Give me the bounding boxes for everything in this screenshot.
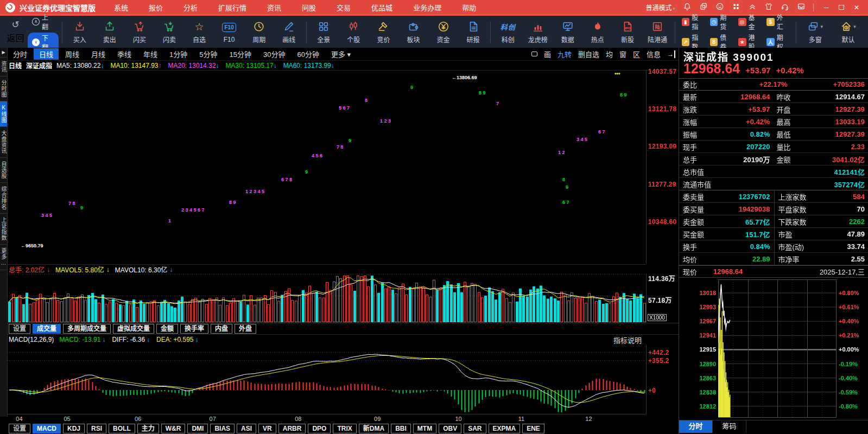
- chart-tool-信息[interactable]: 信息: [647, 49, 661, 59]
- f10-button[interactable]: F10F10: [214, 17, 244, 47]
- chart-tool-九转[interactable]: 九转: [557, 49, 572, 59]
- headset-icon[interactable]: [781, 2, 789, 13]
- period-tab-更多[interactable]: 更多 ▾: [326, 48, 356, 60]
- market-外汇-button[interactable]: $外汇: [766, 12, 789, 31]
- watchlist-button[interactable]: ☆自选: [185, 17, 214, 47]
- indicator-tab-DPO[interactable]: DPO: [308, 424, 331, 433]
- apps-icon[interactable]: [732, 2, 740, 13]
- volume-tab-成交量[interactable]: 成交量: [33, 324, 61, 334]
- close-button[interactable]: ✕: [852, 4, 861, 11]
- indicator-tab-设置[interactable]: 设置: [9, 424, 30, 433]
- menu-优品城[interactable]: 优品城: [371, 2, 392, 12]
- menu-交易[interactable]: 交易: [337, 2, 351, 12]
- period-tab-30分钟[interactable]: 30分钟: [258, 48, 290, 60]
- ipo-button[interactable]: IPO新股: [612, 17, 642, 47]
- period-tab-5分钟[interactable]: 5分钟: [194, 48, 223, 60]
- menu-扩展行情[interactable]: 扩展行情: [218, 2, 246, 12]
- indicator-tab-新DMA[interactable]: 新DMA: [359, 424, 389, 433]
- volume-chart[interactable]: [8, 274, 646, 322]
- sidebar-expand-icon[interactable]: ▶: [0, 48, 7, 58]
- default-layout-button[interactable]: ▾默认: [832, 17, 865, 47]
- volume-tab-设置[interactable]: 设置: [9, 324, 30, 334]
- period-tab-分时[interactable]: 分时: [8, 48, 33, 60]
- indicator-tab-W&R[interactable]: W&R: [161, 424, 186, 433]
- funds-button[interactable]: 资金: [428, 17, 458, 47]
- minimize-button[interactable]: ─: [821, 4, 831, 11]
- sectors-button[interactable]: 板块: [398, 17, 428, 47]
- overview-button[interactable]: 全景: [309, 17, 339, 47]
- period-tab-季线[interactable]: 季线: [112, 48, 137, 60]
- market-基金-button[interactable]: ◎基金: [738, 12, 761, 31]
- market-股指-button[interactable]: ▮股指: [682, 12, 705, 31]
- back-button[interactable]: ↺返回: [3, 20, 28, 44]
- indicator-tab-KDJ[interactable]: KDJ: [63, 424, 85, 433]
- indicator-tab-MACD[interactable]: MACD: [33, 424, 61, 433]
- chart-tool-删自选[interactable]: 删自选: [578, 49, 599, 59]
- mini-tab-分时[interactable]: 分时: [679, 420, 713, 433]
- robot-icon[interactable]: [715, 2, 724, 13]
- sidebar-item-上证指数[interactable]: 上证指数: [0, 214, 7, 245]
- indicator-tab-ARBR[interactable]: ARBR: [278, 424, 306, 433]
- indicator-tab-EXPMA[interactable]: EXPMA: [489, 424, 521, 433]
- period-tab-60分钟[interactable]: 60分钟: [292, 48, 325, 60]
- indicator-tab-TRIX[interactable]: TRIX: [333, 424, 356, 433]
- sidebar-item-更多…[interactable]: 更多…: [0, 245, 7, 270]
- hotspots-button[interactable]: 热点: [582, 17, 612, 47]
- period-tab-15分钟[interactable]: 15分钟: [224, 48, 257, 60]
- menu-帮助[interactable]: 帮助: [462, 2, 476, 12]
- sidebar-item-分时图[interactable]: 分时图: [0, 76, 7, 101]
- period-tab-月线[interactable]: 月线: [86, 48, 111, 60]
- indicator-tab-ENE[interactable]: ENE: [522, 424, 544, 433]
- float-window-icon[interactable]: [531, 52, 537, 56]
- flash-buy-button[interactable]: 闪买: [124, 17, 154, 47]
- volume-tab-金额[interactable]: 金额: [156, 324, 178, 334]
- indicator-tab-ASI[interactable]: ASI: [237, 424, 256, 433]
- bell-icon[interactable]: [683, 2, 692, 13]
- macd-chart[interactable]: [8, 344, 646, 414]
- multi-window-button[interactable]: ▾多窗: [799, 17, 832, 47]
- copy-icon[interactable]: [699, 2, 708, 13]
- volume-tab-虚拟成交量[interactable]: 虚拟成交量: [113, 324, 154, 334]
- indicator-tab-VR[interactable]: VR: [258, 424, 276, 433]
- sidebar-item-K线图[interactable]: K线图: [0, 101, 7, 127]
- maximize-button[interactable]: [839, 5, 844, 10]
- indicator-tab-DMI[interactable]: DMI: [187, 424, 208, 433]
- indicator-tab-RSI[interactable]: RSI: [87, 424, 106, 433]
- lugangtong-button[interactable]: 陆陆港通: [642, 17, 672, 47]
- page-up-button[interactable]: ∧上翻: [28, 12, 59, 31]
- mini-tab-筹码[interactable]: 筹码: [713, 420, 746, 433]
- stock-button[interactable]: 个股: [339, 17, 369, 47]
- menu-系统[interactable]: 系统: [114, 2, 128, 12]
- buy-button[interactable]: 买入: [65, 17, 94, 47]
- indicator-tab-OBV[interactable]: OBV: [439, 424, 461, 433]
- sidebar-item-大盘资讯[interactable]: 大盘资讯: [0, 127, 7, 158]
- sidebar-item-综合排名[interactable]: 综合排名: [0, 183, 7, 214]
- dragon-tiger-button[interactable]: 龙虎榜: [523, 17, 553, 47]
- market-期货-button[interactable]: ◷期货: [710, 12, 733, 31]
- shirt-icon[interactable]: [764, 2, 773, 13]
- indicator-help-link[interactable]: 指标说明: [613, 335, 646, 345]
- period-button[interactable]: 周期: [244, 17, 274, 47]
- sidebar-item-资讯[interactable]: 资讯: [0, 58, 7, 76]
- indicator-tab-BBI[interactable]: BBI: [391, 424, 411, 433]
- sidebar-item-自选股[interactable]: 自选股: [0, 158, 7, 183]
- period-tab-1分钟[interactable]: 1分钟: [164, 48, 193, 60]
- period-tab-日线[interactable]: 日线: [34, 48, 59, 60]
- chart-tool-均[interactable]: 均: [606, 49, 613, 59]
- menu-资讯[interactable]: 资讯: [267, 2, 281, 12]
- chart-tool-窗[interactable]: 窗: [619, 49, 626, 59]
- chevs-icon[interactable]: [748, 2, 757, 13]
- data-button[interactable]: 数据: [553, 17, 582, 47]
- sell-button[interactable]: 卖出: [94, 17, 124, 47]
- indicator-tab-MTM[interactable]: MTM: [413, 424, 436, 433]
- menu-报价[interactable]: 报价: [149, 2, 163, 12]
- mode-selector[interactable]: 普通模式▾: [645, 3, 675, 12]
- indicator-tab-SAR[interactable]: SAR: [464, 424, 486, 433]
- period-tab-年线[interactable]: 年线: [138, 48, 163, 60]
- volume-tab-多周期成交量[interactable]: 多周期成交量: [63, 324, 111, 334]
- kechuang-button[interactable]: 科创科创: [493, 17, 523, 47]
- kline-chart[interactable]: [8, 71, 646, 264]
- menu-业务办理[interactable]: 业务办理: [413, 2, 441, 12]
- indicator-tab-BOLL[interactable]: BOLL: [109, 424, 135, 433]
- indicator-tab-主力[interactable]: 主力: [137, 424, 159, 433]
